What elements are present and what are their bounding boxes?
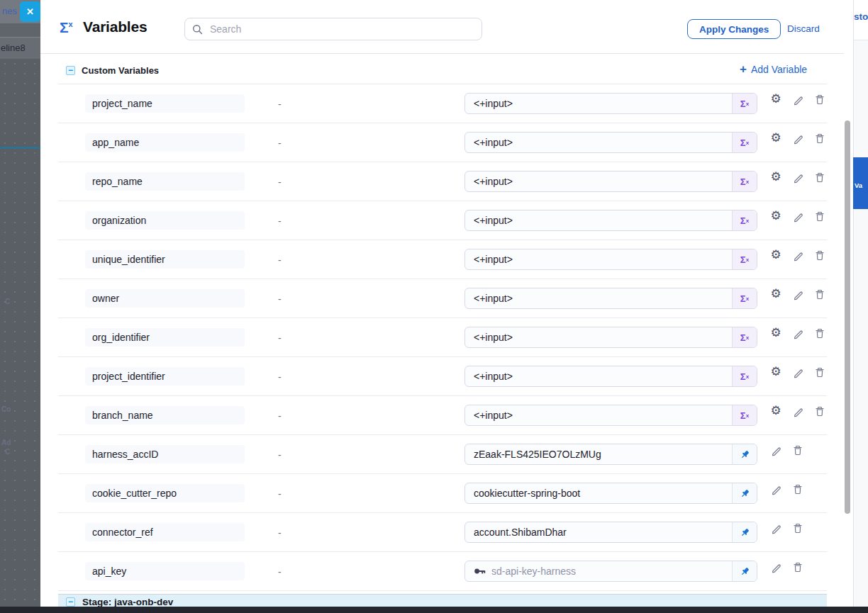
delete-trash-icon[interactable] xyxy=(813,288,826,300)
variable-name-field[interactable]: organization xyxy=(85,211,245,230)
gear-icon[interactable]: ⚙ xyxy=(769,210,782,223)
delete-trash-icon[interactable] xyxy=(791,561,804,573)
collapse-section-icon[interactable]: − xyxy=(66,66,75,75)
gear-icon[interactable]: ⚙ xyxy=(769,288,782,300)
variable-name-field[interactable]: repo_name xyxy=(85,172,245,191)
edit-pencil-icon[interactable] xyxy=(791,249,804,261)
add-variable-button[interactable]: + Add Variable xyxy=(740,64,807,75)
rail-tab-fragment[interactable]: C xyxy=(5,448,10,456)
search-box[interactable] xyxy=(184,18,482,40)
pin-badge[interactable] xyxy=(732,444,757,464)
edit-pencil-icon[interactable] xyxy=(791,366,804,378)
runtime-badge[interactable]: Σx xyxy=(732,133,757,152)
history-link-fragment[interactable]: stor xyxy=(854,11,868,22)
rail-tab-fragment[interactable]: Ad xyxy=(1,439,11,446)
delete-trash-icon[interactable] xyxy=(813,132,826,145)
edit-pencil-icon[interactable] xyxy=(769,522,782,534)
close-icon: ✕ xyxy=(26,6,34,17)
backdrop-toolbar xyxy=(0,23,40,38)
delete-trash-icon[interactable] xyxy=(813,171,826,184)
variable-name-field[interactable]: org_identifier xyxy=(85,328,245,347)
variable-value-field[interactable]: <+input> Σx xyxy=(464,171,757,192)
variable-name-field[interactable]: api_key xyxy=(85,562,245,580)
variable-name-field[interactable]: project_identifier xyxy=(85,367,245,386)
delete-trash-icon[interactable] xyxy=(791,522,804,534)
gear-icon[interactable]: ⚙ xyxy=(769,171,782,184)
variable-value-field[interactable]: <+input> Σx xyxy=(464,249,757,270)
variable-name-field[interactable]: connector_ref xyxy=(85,523,245,541)
section-title: Custom Variables xyxy=(82,65,159,76)
variable-name-field[interactable]: cookie_cutter_repo xyxy=(85,484,245,502)
edit-pencil-icon[interactable] xyxy=(791,171,804,184)
variable-value-field[interactable]: <+input> Σx xyxy=(464,405,757,426)
delete-trash-icon[interactable] xyxy=(791,444,804,456)
runtime-badge[interactable]: Σx xyxy=(732,327,757,347)
edit-pencil-icon[interactable] xyxy=(791,327,804,339)
pin-badge[interactable] xyxy=(732,483,757,503)
gear-icon[interactable]: ⚙ xyxy=(769,366,782,378)
search-input[interactable] xyxy=(208,23,482,35)
variable-name-field[interactable]: branch_name xyxy=(85,406,245,424)
rail-tab-variables-active[interactable]: Va xyxy=(853,157,868,209)
variable-value-field[interactable]: sd-api-key-harness xyxy=(464,561,757,582)
rail-tab-fragment[interactable]: C xyxy=(5,298,10,305)
apply-changes-button[interactable]: Apply Changes xyxy=(687,19,781,39)
variable-value-field[interactable]: <+input> Σx xyxy=(464,93,757,114)
runtime-badge[interactable]: Σx xyxy=(732,210,757,230)
variable-value-field[interactable]: <+input> Σx xyxy=(464,327,757,348)
delete-trash-icon[interactable] xyxy=(791,483,804,495)
variable-name-field[interactable]: project_name xyxy=(85,94,245,113)
variable-value-field[interactable]: <+input> Σx xyxy=(464,210,757,231)
vertical-scrollbar[interactable] xyxy=(845,120,850,514)
table-row: cookie_cutter_repo - cookiecutter-spring… xyxy=(58,474,827,513)
variable-value: account.ShibamDhar xyxy=(465,527,732,538)
variable-value: <+input> xyxy=(465,137,732,148)
edit-pencil-icon[interactable] xyxy=(791,132,804,145)
edit-pencil-icon[interactable] xyxy=(769,561,782,573)
runtime-badge[interactable]: Σx xyxy=(732,366,757,386)
edit-pencil-icon[interactable] xyxy=(791,210,804,223)
variable-value-field[interactable]: <+input> Σx xyxy=(464,288,757,309)
row-actions: ⚙ xyxy=(769,93,826,106)
edit-pencil-icon[interactable] xyxy=(769,444,782,456)
variable-value-field[interactable]: zEaak-FLS425IEO7OLzMUg xyxy=(464,444,757,465)
delete-trash-icon[interactable] xyxy=(813,405,826,417)
collapse-stage-icon[interactable]: − xyxy=(66,597,75,607)
variable-value-field[interactable]: account.ShibamDhar xyxy=(464,522,757,543)
gear-icon[interactable]: ⚙ xyxy=(769,327,782,339)
variable-value-field[interactable]: cookiecutter-spring-boot xyxy=(464,483,757,504)
delete-trash-icon[interactable] xyxy=(813,249,826,261)
pin-badge[interactable] xyxy=(732,561,757,581)
pin-badge[interactable] xyxy=(732,522,757,542)
edit-pencil-icon[interactable] xyxy=(791,288,804,300)
variable-name-field[interactable]: app_name xyxy=(85,133,245,152)
edit-pencil-icon[interactable] xyxy=(791,93,804,106)
edit-pencil-icon[interactable] xyxy=(769,483,782,495)
gear-icon[interactable]: ⚙ xyxy=(769,249,782,261)
edit-pencil-icon[interactable] xyxy=(791,405,804,417)
runtime-badge[interactable]: Σx xyxy=(732,94,757,113)
delete-trash-icon[interactable] xyxy=(813,93,826,106)
runtime-badge[interactable]: Σx xyxy=(732,249,757,269)
runtime-badge[interactable]: Σx xyxy=(732,288,757,308)
table-row: repo_name - <+input> Σx ⚙ xyxy=(58,162,827,201)
variable-name-field[interactable]: unique_identifier xyxy=(85,250,245,269)
delete-trash-icon[interactable] xyxy=(813,210,826,223)
variable-value-field[interactable]: <+input> Σx xyxy=(464,132,757,153)
runtime-badge[interactable]: Σx xyxy=(732,171,757,191)
rail-tab-fragment[interactable]: Co xyxy=(1,405,11,413)
variable-name-field[interactable]: owner xyxy=(85,289,245,308)
variable-type-separator: - xyxy=(278,293,282,305)
gear-icon[interactable]: ⚙ xyxy=(769,405,782,417)
variables-panel: Σx Variables Apply Changes Discard − Cus… xyxy=(40,0,853,613)
close-drawer-button[interactable]: ✕ xyxy=(20,1,40,22)
delete-trash-icon[interactable] xyxy=(813,366,826,378)
gear-icon[interactable]: ⚙ xyxy=(769,93,782,106)
runtime-badge[interactable]: Σx xyxy=(732,405,757,425)
delete-trash-icon[interactable] xyxy=(813,327,826,339)
variable-name-field[interactable]: harness_accID xyxy=(85,445,245,463)
gear-icon[interactable]: ⚙ xyxy=(769,132,782,145)
discard-button[interactable]: Discard xyxy=(787,23,820,34)
table-row: api_key - sd-api-key-harness xyxy=(58,552,827,591)
variable-value-field[interactable]: <+input> Σx xyxy=(464,366,757,387)
